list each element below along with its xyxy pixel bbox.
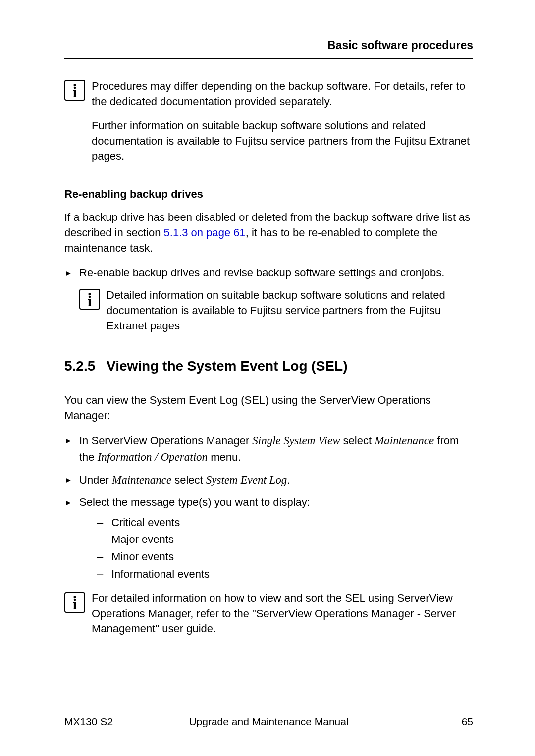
- term-system-event-log: System Event Log: [206, 474, 287, 486]
- info-note-3: i For detailed information on how to vie…: [64, 591, 473, 637]
- action-item-3: ► Under Maintenance select System Event …: [64, 472, 473, 488]
- sublist-item4: Informational events: [111, 567, 210, 582]
- term-single-system-view: Single System View: [252, 434, 340, 447]
- info-text-1: Procedures may differ depending on the b…: [92, 79, 473, 173]
- footer-center: Upgrade and Maintenance Manual: [64, 714, 473, 729]
- action-text-2: In ServerView Operations Manager Single …: [79, 433, 473, 465]
- page-header: Basic software procedures: [64, 37, 473, 59]
- list-item: – Minor events: [94, 549, 473, 565]
- cross-reference-link[interactable]: 5.1.3 on page 61: [164, 226, 246, 239]
- footer-left: MX130 S2: [64, 714, 113, 729]
- subheading-reenabling: Re-enabling backup drives: [64, 187, 473, 202]
- info-icon: i: [64, 80, 85, 101]
- action-item-4: ► Select the message type(s) you want to…: [64, 495, 473, 584]
- action4-text: Select the message type(s) you want to d…: [79, 496, 310, 508]
- dash-marker: –: [94, 532, 111, 547]
- dash-marker: –: [94, 549, 111, 565]
- list-item: – Major events: [94, 532, 473, 547]
- page-footer: Upgrade and Maintenance Manual MX130 S2 …: [64, 709, 473, 729]
- action3-post: .: [287, 474, 290, 486]
- info-note-1: i Procedures may differ depending on the…: [64, 79, 473, 173]
- action3-pre: Under: [79, 474, 112, 486]
- sublist-item2: Major events: [111, 532, 174, 547]
- action-marker-icon: ►: [64, 495, 79, 508]
- section-heading: 5.2.5 Viewing the System Event Log (SEL): [64, 356, 473, 376]
- list-item: – Critical events: [94, 515, 473, 531]
- action2-pre: In ServerView Operations Manager: [79, 434, 252, 447]
- para-reenabling: If a backup drive has been disabled or d…: [64, 210, 473, 256]
- info-text-3: For detailed information on how to view …: [92, 591, 473, 637]
- footer-page-number: 65: [462, 714, 473, 729]
- info-text-2: Detailed information on suitable backup …: [107, 288, 473, 333]
- sublist-item1: Critical events: [111, 515, 180, 531]
- action3-mid: select: [171, 474, 206, 486]
- term-information-operation: Information / Operation: [98, 451, 208, 463]
- info-icon: i: [64, 592, 85, 613]
- term-maintenance-2: Maintenance: [112, 474, 171, 486]
- message-type-list: – Critical events – Major events – Minor…: [94, 515, 473, 582]
- action-text-1: Re-enable backup drives and revise backu…: [79, 266, 473, 281]
- action-text-4: Select the message type(s) you want to d…: [79, 495, 473, 584]
- section-number: 5.2.5: [64, 356, 107, 376]
- note1-p1: Procedures may differ depending on the b…: [92, 79, 473, 109]
- note1-p2: Further information on suitable backup s…: [92, 118, 473, 164]
- info-icon: i: [79, 289, 100, 310]
- section-title: Viewing the System Event Log (SEL): [107, 356, 347, 376]
- info-note-2: i Detailed information on suitable backu…: [79, 288, 473, 333]
- sublist-item3: Minor events: [111, 549, 174, 565]
- para-sel-intro: You can view the System Event Log (SEL) …: [64, 393, 473, 424]
- term-maintenance: Maintenance: [374, 434, 434, 447]
- action2-mid: select: [340, 434, 374, 447]
- action-marker-icon: ►: [64, 266, 79, 279]
- page-content: Basic software procedures i Procedures m…: [0, 0, 535, 671]
- action-text-3: Under Maintenance select System Event Lo…: [79, 472, 473, 488]
- list-item: – Informational events: [94, 567, 473, 582]
- action-marker-icon: ►: [64, 433, 79, 446]
- dash-marker: –: [94, 567, 111, 582]
- action-item-2: ► In ServerView Operations Manager Singl…: [64, 433, 473, 465]
- action-item-1: ► Re-enable backup drives and revise bac…: [64, 266, 473, 281]
- action2-post: menu.: [208, 451, 241, 463]
- dash-marker: –: [94, 515, 111, 531]
- action-marker-icon: ►: [64, 472, 79, 486]
